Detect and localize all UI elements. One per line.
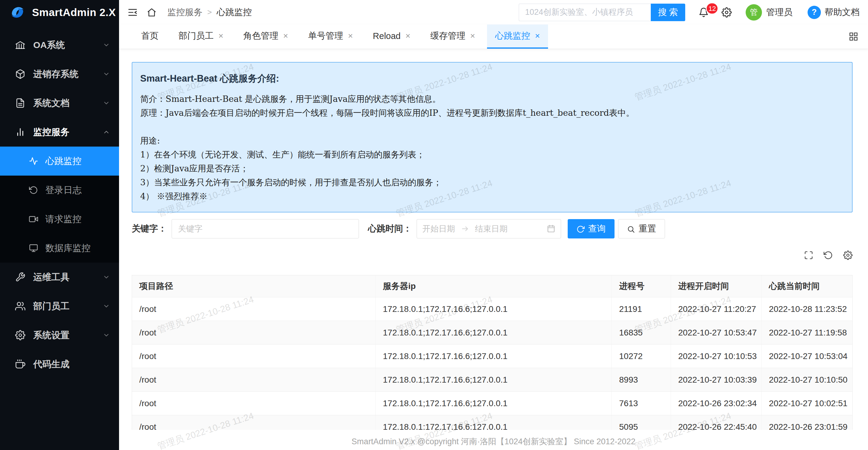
sidebar-item[interactable]: 监控服务	[0, 118, 119, 147]
gear-icon	[843, 250, 852, 260]
table-cell: 2022-10-27 11:20:27	[671, 297, 761, 321]
sidebar-item[interactable]: 运维工具	[0, 263, 119, 292]
table-cell: 2022-10-27 11:19:58	[762, 321, 852, 344]
table-cell: 2022-10-27 10:10:53	[671, 344, 761, 368]
sidebar-item[interactable]: 部门员工	[0, 292, 119, 321]
tab[interactable]: 单号管理×	[300, 25, 361, 49]
footer: SmartAdmin V2.x @copyright 河南·洛阳【1024创新实…	[119, 433, 868, 450]
intro-line: 3）当某些业务只允许有一个服务启动的时候，用于排查是否别人也启动的服务；	[140, 176, 840, 189]
tabs: 首页部门员工×角色管理×单号管理×Reload×缓存管理×心跳监控×	[133, 25, 552, 49]
keyword-input[interactable]	[172, 219, 359, 238]
column-header: 服务器ip	[376, 275, 612, 297]
table-row[interactable]: /root172.18.0.1;172.17.16.6;127.0.0.1509…	[132, 415, 852, 430]
query-button[interactable]: 查询	[568, 219, 615, 238]
sidebar-item[interactable]: 进销存系统	[0, 60, 119, 89]
table-row[interactable]: /root172.18.0.1;172.17.16.6;127.0.0.1761…	[132, 392, 852, 415]
range-arrow-icon	[461, 225, 469, 233]
data-table-wrapper[interactable]: 项目路径服务器ip进程号进程开启时间心跳当前时间/root172.18.0.1;…	[132, 275, 852, 430]
sidebar-item[interactable]: 系统设置	[0, 321, 119, 350]
time-label: 心跳时间：	[368, 223, 412, 235]
sidebar-item-label: 代码生成	[33, 358, 110, 370]
table-cell: 7613	[612, 392, 671, 415]
question-circle-icon: ?	[808, 6, 821, 19]
sidebar-item[interactable]: 登录日志	[0, 176, 119, 205]
search-button[interactable]: 搜 索	[651, 4, 685, 21]
sidebar-item-label: 系统文档	[33, 97, 103, 110]
tab-close-icon[interactable]: ×	[348, 32, 353, 40]
tab-close-icon[interactable]: ×	[405, 32, 410, 40]
fullscreen-button[interactable]	[804, 250, 813, 260]
tab[interactable]: Reload×	[365, 25, 418, 49]
menu-fold-icon	[127, 7, 138, 18]
tab-label: 角色管理	[243, 30, 278, 42]
sidebar-item[interactable]: 代码生成	[0, 350, 119, 379]
tab-close-icon[interactable]: ×	[470, 32, 475, 40]
tab[interactable]: 缓存管理×	[422, 25, 483, 49]
tab[interactable]: 部门员工×	[170, 25, 231, 49]
intro-line: 1）在各个环境（无论开发、测试、生产）能统一看到所有启动的服务列表；	[140, 148, 840, 162]
table-cell: 10272	[612, 344, 671, 368]
tab-layout-button[interactable]	[849, 25, 858, 49]
avatar: 管	[746, 4, 762, 21]
home-button[interactable]	[147, 7, 156, 17]
table-row[interactable]: /root172.18.0.1;172.17.16.6;127.0.0.1211…	[132, 297, 852, 321]
arrow-right-icon	[461, 225, 469, 233]
table-row[interactable]: /root172.18.0.1;172.17.16.6;127.0.0.1102…	[132, 344, 852, 368]
tab-close-icon[interactable]: ×	[283, 32, 288, 40]
settings-button[interactable]	[721, 7, 732, 18]
sidebar-item-label: 系统设置	[33, 329, 103, 341]
sidebar-item[interactable]: OA系统	[0, 31, 119, 60]
reset-button[interactable]: 重置	[618, 219, 665, 238]
table-row[interactable]: /root172.18.0.1;172.17.16.6;127.0.0.1899…	[132, 368, 852, 392]
intro-line: 2）检测Java应用是否存活；	[140, 162, 840, 176]
topbar: 监控服务>心跳监控 搜 索 12 管 管理员 ? 帮助文档	[119, 0, 868, 25]
sidebar-item-label: OA系统	[33, 39, 103, 51]
column-settings-button[interactable]	[843, 250, 852, 260]
monitor-icon	[29, 244, 38, 253]
tab[interactable]: 心跳监控×	[487, 25, 548, 49]
table-toolbar	[132, 250, 852, 260]
reset-button-icon	[627, 224, 635, 234]
breadcrumb-item[interactable]: 监控服务	[167, 6, 203, 19]
tab[interactable]: 角色管理×	[235, 25, 296, 49]
refresh-button[interactable]	[824, 250, 833, 260]
help-link[interactable]: ? 帮助文档	[808, 6, 860, 19]
rotate-icon	[577, 225, 585, 233]
table-cell: /root	[132, 415, 376, 430]
end-date-placeholder: 结束日期	[475, 223, 507, 234]
tab-close-icon[interactable]: ×	[535, 32, 540, 40]
table-cell: 172.18.0.1;172.17.16.6;127.0.0.1	[376, 392, 612, 415]
column-header: 心跳当前时间	[762, 275, 852, 297]
brand[interactable]: SmartAdmin 2.X	[0, 0, 119, 25]
sidebar-item[interactable]: 心跳监控	[0, 147, 119, 176]
tab-close-icon[interactable]: ×	[218, 32, 223, 40]
tab-label: 单号管理	[308, 30, 343, 42]
sidebar-item[interactable]: 数据库监控	[0, 234, 119, 263]
intro-lines: 简介：Smart-Heart-Beat 是心跳服务，用于监测Java应用的状态等…	[140, 92, 840, 203]
user-menu[interactable]: 管 管理员	[746, 4, 793, 21]
sidebar-item-label: 数据库监控	[45, 242, 110, 254]
sidebar-item[interactable]: 请求监控	[0, 205, 119, 234]
history-icon	[29, 185, 38, 194]
search-input[interactable]	[519, 4, 651, 21]
chevron-down-icon	[103, 273, 110, 281]
tab[interactable]: 首页	[133, 25, 167, 49]
expand-icon	[804, 250, 813, 260]
intro-line: 简介：Smart-Heart-Beat 是心跳服务，用于监测Java应用的状态等…	[140, 92, 840, 106]
sidebar-collapse-button[interactable]	[127, 7, 138, 18]
date-range-picker[interactable]: 开始日期 结束日期	[416, 219, 561, 238]
intro-panel: Smart-Heart-Beat 心跳服务介绍: 简介：Smart-Heart-…	[132, 62, 852, 212]
team-icon	[15, 301, 25, 311]
table-cell: 8993	[612, 368, 671, 392]
sidebar-item[interactable]: 系统文档	[0, 89, 119, 118]
chevron-down-icon	[103, 70, 110, 78]
breadcrumb-item[interactable]: 心跳监控	[217, 6, 252, 19]
column-header: 进程开启时间	[671, 275, 761, 297]
global-search: 搜 索	[519, 4, 685, 21]
footer-text: SmartAdmin V2.x @copyright 河南·洛阳【1024创新实…	[352, 436, 636, 447]
sidebar: SmartAdmin 2.X OA系统进销存系统系统文档监控服务心跳监控登录日志…	[0, 0, 119, 450]
tab-label: 缓存管理	[430, 30, 465, 42]
query-button-icon	[577, 224, 585, 234]
notifications-button[interactable]: 12	[699, 7, 709, 18]
table-row[interactable]: /root172.18.0.1;172.17.16.6;127.0.0.1168…	[132, 321, 852, 344]
